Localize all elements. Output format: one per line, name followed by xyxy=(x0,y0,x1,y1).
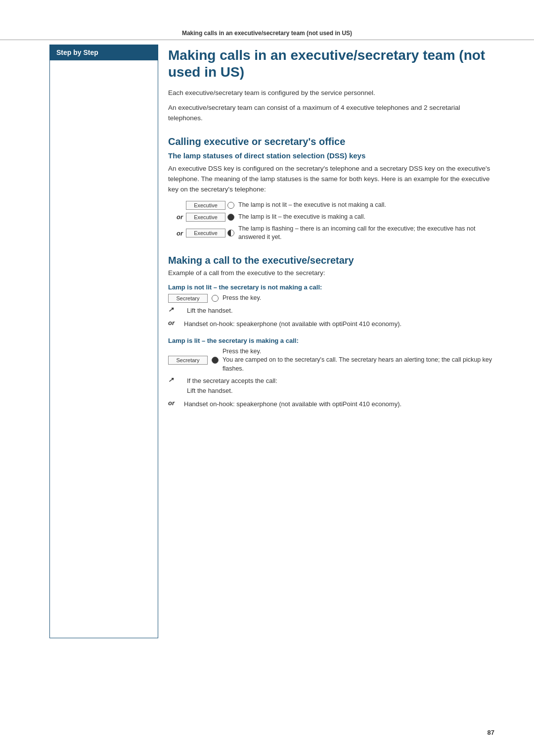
section2-title: Making a call to the executive/secretary xyxy=(168,255,494,266)
press-key-desc-1: Press the key. xyxy=(222,294,494,303)
dss-rows: Executive The lamp is not lit – the exec… xyxy=(168,201,494,242)
handset-icon-2: ↗ xyxy=(168,376,180,383)
secretary-key-off: Secretary Press the key. xyxy=(168,294,494,303)
page-number: 87 xyxy=(488,729,494,736)
page-main-title: Making calls in an executive/secretary t… xyxy=(168,47,494,80)
accept-call-text: If the secretary accepts the call:Lift t… xyxy=(187,376,494,395)
lamp-half-circle xyxy=(227,230,234,236)
handset-icon-1: ↗ xyxy=(168,306,180,313)
lamp-on-circle xyxy=(227,214,234,221)
lamp-off-secretary xyxy=(212,295,219,302)
dss-row-1: Executive The lamp is not lit – the exec… xyxy=(168,201,494,210)
key-box-executive-3: Executive xyxy=(186,229,225,237)
secretary-key-box-on: Secretary xyxy=(168,356,208,365)
lamp-on-secretary-circle xyxy=(212,357,219,364)
page-header: Making calls in an executive/secretary t… xyxy=(0,30,534,40)
page-container: Making calls in an executive/secretary t… xyxy=(0,0,534,756)
key-box-executive-1: Executive xyxy=(186,201,225,210)
section1: Calling executive or secretary's office … xyxy=(168,136,494,242)
speakerphone-text-1: Handset on-hook: speakerphone (not avail… xyxy=(184,319,494,329)
section2-intro: Example of a call from the executive to … xyxy=(168,268,494,279)
secretary-key-on: Secretary Press the key.You are camped o… xyxy=(168,347,494,374)
key-box-executive-2: Executive xyxy=(186,213,225,222)
press-key-desc-2: Press the key.You are camped on to the s… xyxy=(222,347,494,374)
section2: Making a call to the executive/secretary… xyxy=(168,255,494,409)
step-row-or-1: or Handset on-hook: speakerphone (not av… xyxy=(168,319,494,329)
dss-row-2: or Executive The lamp is lit – the execu… xyxy=(168,213,494,222)
lamp-off-icon-1 xyxy=(227,202,234,209)
step-row-or-2: or Handset on-hook: speakerphone (not av… xyxy=(168,399,494,409)
lamp-desc-1: The lamp is not lit – the executive is n… xyxy=(238,201,494,210)
lamp-off-secretary-circle xyxy=(212,295,219,302)
lamp-lit-section: Lamp is lit – the secretary is making a … xyxy=(168,337,494,409)
step-by-step-label: Step by Step xyxy=(56,48,98,56)
or-label-1 xyxy=(168,201,183,209)
or-step-label-2: or xyxy=(168,399,180,407)
or-label-2: or xyxy=(168,213,183,221)
left-sidebar xyxy=(49,45,158,638)
main-content: Making calls in an executive/secretary t… xyxy=(168,47,494,413)
subsection1-title: The lamp statuses of direct station sele… xyxy=(168,151,494,160)
or-step-label-1: or xyxy=(168,319,180,327)
dss-row-3: or Executive The lamp is flashing – ther… xyxy=(168,225,494,242)
lift-handset-1: Lift the handset. xyxy=(187,306,494,316)
step-by-step-banner: Step by Step xyxy=(49,45,158,60)
lamp-off-circle xyxy=(227,202,234,209)
secretary-key-box-off: Secretary xyxy=(168,294,208,303)
lamp-lit-title: Lamp is lit – the secretary is making a … xyxy=(168,337,494,344)
subsection1-body: An executive DSS key is configured on th… xyxy=(168,164,494,195)
step-row-handset-2: ↗ If the secretary accepts the call:Lift… xyxy=(168,376,494,395)
speakerphone-text-2: Handset on-hook: speakerphone (not avail… xyxy=(184,399,494,409)
intro-text-1: Each executive/secretary team is configu… xyxy=(168,88,494,98)
lamp-half-icon xyxy=(227,230,234,236)
lamp-on-secretary xyxy=(212,357,219,364)
step-row-handset-1: ↗ Lift the handset. xyxy=(168,306,494,316)
intro-text-2: An executive/secretary team can consist … xyxy=(168,103,494,123)
section1-title: Calling executive or secretary's office xyxy=(168,136,494,147)
lamp-not-lit-section: Lamp is not lit – the secretary is not m… xyxy=(168,284,494,329)
header-title: Making calls in an executive/secretary t… xyxy=(182,30,352,37)
lamp-not-lit-title: Lamp is not lit – the secretary is not m… xyxy=(168,284,494,291)
lamp-desc-3: The lamp is flashing – there is an incom… xyxy=(238,225,494,242)
lamp-desc-2: The lamp is lit – the executive is makin… xyxy=(238,213,494,222)
or-label-3: or xyxy=(168,230,183,237)
lamp-on-icon xyxy=(227,214,234,221)
